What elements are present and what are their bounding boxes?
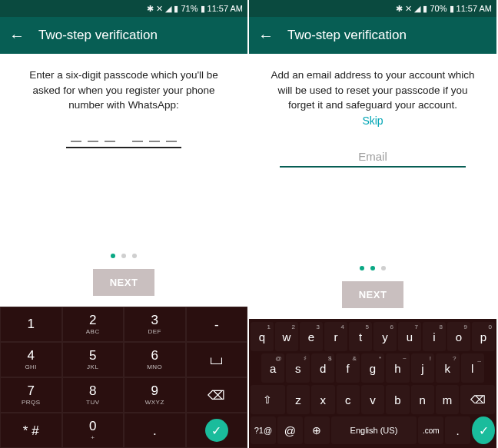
key-h[interactable]: ~h <box>386 353 409 383</box>
key-q[interactable]: 1q <box>251 322 274 351</box>
key-t[interactable]: 5t <box>349 322 372 351</box>
key-1[interactable]: 1 <box>0 307 62 342</box>
key-go[interactable]: ✓ <box>186 413 248 448</box>
key-2[interactable]: 2ABC <box>62 307 124 342</box>
check-icon: ✓ <box>479 423 489 438</box>
key-u[interactable]: 7u <box>398 322 421 351</box>
status-bar: ✱ ✕ ◢ ▮ 70% ▮ 11:57 AM <box>249 0 496 17</box>
key-k[interactable]: ?k <box>436 353 459 383</box>
key-p[interactable]: 0p <box>472 322 495 351</box>
key-y[interactable]: 6y <box>374 322 397 351</box>
content-area: Enter a six-digit passcode which you'll … <box>0 54 247 307</box>
key-n[interactable]: n <box>411 385 434 414</box>
step-dot-3 <box>381 266 386 270</box>
instruction-text: Enter a six-digit passcode which you'll … <box>15 68 232 113</box>
key-l[interactable]: _l <box>461 353 484 383</box>
backspace-icon: ⌫ <box>208 388 225 403</box>
location-off-icon: ✕ <box>156 4 163 14</box>
key-7[interactable]: 7PRQS <box>0 377 62 413</box>
key-backspace[interactable]: ⌫ <box>460 385 495 414</box>
bluetooth-icon: ✱ <box>147 4 154 14</box>
key-8[interactable]: 8TUV <box>62 377 124 413</box>
key-z[interactable]: z <box>287 385 310 414</box>
app-bar: ← Two-step verification <box>249 17 496 54</box>
key-backspace[interactable]: ⌫ <box>186 377 248 413</box>
step-indicator <box>111 254 137 258</box>
key-g[interactable]: *g <box>361 353 384 383</box>
key-star-hash[interactable]: * # <box>0 413 62 448</box>
key-a[interactable]: @a <box>261 353 284 383</box>
next-button[interactable]: NEXT <box>93 269 155 296</box>
key-symnum[interactable]: ?1@ <box>251 416 276 444</box>
battery-icon: ▮ <box>201 4 205 14</box>
key-j[interactable]: !j <box>411 353 434 383</box>
key-go[interactable]: ✓ <box>472 416 495 444</box>
key-underscore[interactable]: ⌴ <box>186 342 248 377</box>
key-w[interactable]: 2w <box>275 322 298 351</box>
key-row-bottom: ?1@ @ ⊕ English (US) .com . ✓ <box>251 416 495 444</box>
back-button[interactable]: ← <box>9 28 25 43</box>
key-5[interactable]: 5JKL <box>62 342 124 377</box>
signal-icon: ▮ <box>174 4 178 14</box>
key-9[interactable]: 9WXYZ <box>124 377 186 413</box>
passcode-input[interactable] <box>66 130 181 148</box>
status-bar: ✱ ✕ ◢ ▮ 71% ▮ 11:57 AM <box>0 0 247 17</box>
instruction-text: Add an email address to your account whi… <box>264 68 481 113</box>
key-period[interactable]: . <box>124 413 186 448</box>
back-button[interactable]: ← <box>258 28 274 43</box>
key-dotcom[interactable]: .com <box>418 416 443 444</box>
signal-icon: ▮ <box>423 4 427 14</box>
key-shift[interactable]: ⇧ <box>251 385 285 414</box>
step-dot-3 <box>132 254 137 258</box>
step-dot-2 <box>121 254 126 258</box>
qwerty-keyboard: 1q2w3e4r5t6y7u8i9o0p @a♯s$d&f*g~h!j?k_l … <box>249 319 496 448</box>
key-s[interactable]: ♯s <box>286 353 309 383</box>
key-period[interactable]: . <box>445 416 470 444</box>
battery-icon: ▮ <box>450 4 454 14</box>
key-e[interactable]: 3e <box>300 322 323 351</box>
backspace-icon: ⌫ <box>470 393 486 406</box>
clock: 11:57 AM <box>456 4 492 13</box>
key-6[interactable]: 6MNO <box>124 342 186 377</box>
key-i[interactable]: 8i <box>423 322 446 351</box>
shift-icon: ⇧ <box>263 393 272 406</box>
key-row-1: 1q2w3e4r5t6y7u8i9o0p <box>251 322 495 351</box>
page-title: Two-step verification <box>287 28 407 43</box>
step-dot-1 <box>360 266 364 270</box>
key-b[interactable]: b <box>386 385 409 414</box>
key-r[interactable]: 4r <box>324 322 347 351</box>
key-m[interactable]: m <box>436 385 459 414</box>
step-dot-1 <box>111 254 115 258</box>
next-button[interactable]: NEXT <box>342 281 404 308</box>
skip-link[interactable]: Skip <box>362 114 383 127</box>
step-indicator <box>360 266 386 270</box>
key-o[interactable]: 9o <box>447 322 470 351</box>
globe-icon: ⊕ <box>312 424 321 436</box>
location-off-icon: ✕ <box>405 4 412 14</box>
app-bar: ← Two-step verification <box>0 17 247 54</box>
key-row-2: @a♯s$d&f*g~h!j?k_l <box>251 353 495 383</box>
wifi-icon: ◢ <box>165 4 171 14</box>
key-dash[interactable]: - <box>186 307 248 342</box>
battery-pct: 71% <box>181 4 198 13</box>
key-f[interactable]: &f <box>336 353 359 383</box>
key-3[interactable]: 3DEF <box>124 307 186 342</box>
key-space[interactable]: English (US) <box>331 416 417 444</box>
key-d[interactable]: $d <box>311 353 334 383</box>
clock: 11:57 AM <box>208 4 243 13</box>
battery-pct: 70% <box>430 4 447 13</box>
check-icon: ✓ <box>205 419 228 442</box>
key-x[interactable]: x <box>311 385 334 414</box>
numeric-keypad: 1 2ABC 3DEF - 4GHI 5JKL 6MNO ⌴ 7PRQS 8TU… <box>0 307 247 448</box>
key-v[interactable]: v <box>361 385 384 414</box>
key-4[interactable]: 4GHI <box>0 342 62 377</box>
content-area: Add an email address to your account whi… <box>249 54 496 319</box>
page-title: Two-step verification <box>38 28 158 43</box>
key-at[interactable]: @ <box>277 416 303 444</box>
key-row-3: ⇧ zxcvbnm ⌫ <box>251 385 495 414</box>
email-input[interactable]: Email <box>280 150 466 168</box>
step-dot-2 <box>370 266 375 270</box>
key-globe[interactable]: ⊕ <box>304 416 330 444</box>
key-c[interactable]: c <box>337 385 360 414</box>
key-0[interactable]: 0+ <box>62 413 124 448</box>
